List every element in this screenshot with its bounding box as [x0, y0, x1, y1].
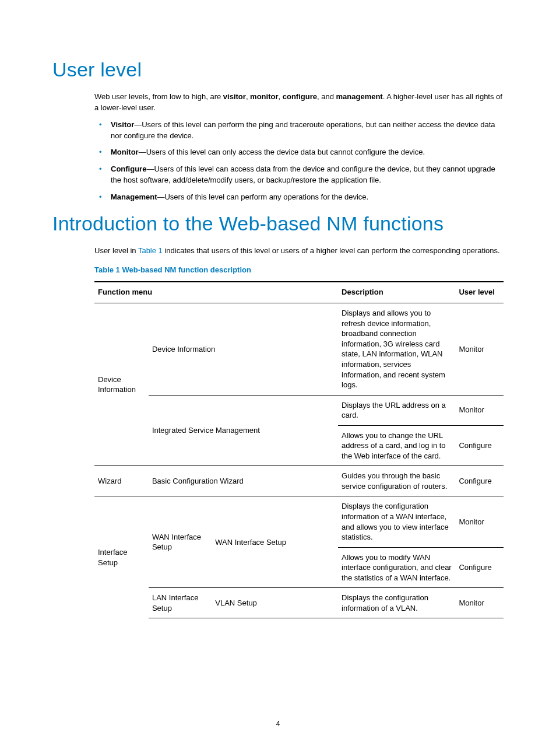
intro-paragraph: Web user levels, from low to high, are v… — [94, 92, 504, 114]
cell-user-level: Configure — [455, 466, 504, 496]
list-item: Monitor—Users of this level can only acc… — [94, 147, 504, 158]
cell-user-level: Configure — [455, 425, 504, 466]
cell-description: Displays the URL address on a card. — [338, 395, 455, 425]
cell-menu-l1: Device Information — [94, 303, 149, 466]
cell-menu-l2: LAN Interface Setup — [149, 588, 212, 618]
cell-menu-l3: Device Information — [149, 303, 338, 395]
bullet-text: —Users of this level can only access the… — [139, 148, 425, 156]
bullet-text: —Users of this level can perform any ope… — [157, 192, 368, 201]
list-item: Visitor—Users of this level can perform … — [94, 120, 504, 142]
text: indicates that users of this level or us… — [163, 246, 500, 255]
text: , and — [317, 92, 336, 101]
th-description: Description — [338, 282, 455, 303]
cell-description: Displays the configuration information o… — [338, 496, 455, 547]
cell-user-level: Monitor — [455, 395, 504, 425]
cell-menu-l1: Wizard — [94, 466, 149, 496]
cell-description: Displays the configuration information o… — [338, 588, 455, 618]
nm-function-table: Function menu Description User level Dev… — [94, 281, 504, 618]
list-item: Management—Users of this level can perfo… — [94, 192, 504, 203]
cell-description: Guides you through the basic service con… — [338, 466, 455, 496]
nm-intro-paragraph: User level in Table 1 indicates that use… — [94, 246, 504, 257]
table-row: Device Information Device Information Di… — [94, 303, 504, 395]
page-number: 4 — [0, 720, 556, 728]
table-row: Integrated Service Management Displays t… — [94, 395, 504, 425]
level-monitor: monitor — [250, 92, 278, 101]
bullet-label: Configure — [111, 164, 146, 173]
cell-menu-l3: WAN Interface Setup — [212, 496, 338, 588]
th-user-level: User level — [455, 282, 504, 303]
level-management: management — [336, 92, 383, 101]
table-row: LAN Interface Setup VLAN Setup Displays … — [94, 588, 504, 618]
cell-user-level: Configure — [455, 547, 504, 588]
list-item: Configure—Users of this level can access… — [94, 164, 504, 186]
cell-menu-l2: Basic Configuration Wizard — [149, 466, 338, 496]
text: Web user levels, from low to high, are — [94, 92, 223, 101]
cell-menu-l2: WAN Interface Setup — [149, 496, 212, 588]
cell-menu-l1: Interface Setup — [94, 496, 149, 618]
heading-user-level: User level — [52, 58, 504, 81]
table-row: Wizard Basic Configuration Wizard Guides… — [94, 466, 504, 496]
th-function-menu: Function menu — [94, 282, 338, 303]
cell-user-level: Monitor — [455, 588, 504, 618]
cell-description: Allows you to change the URL address of … — [338, 425, 455, 466]
bullet-label: Visitor — [111, 120, 134, 129]
table-1-xref[interactable]: Table 1 — [138, 246, 163, 255]
table-caption: Table 1 Web-based NM function descriptio… — [94, 265, 504, 276]
text: , — [279, 92, 283, 101]
table-row: Interface Setup WAN Interface Setup WAN … — [94, 496, 504, 547]
bullet-label: Management — [111, 192, 157, 201]
level-visitor: visitor — [223, 92, 246, 101]
cell-description: Displays and allows you to refresh devic… — [338, 303, 455, 395]
cell-menu-l3: VLAN Setup — [212, 588, 338, 618]
text: User level in — [94, 246, 138, 255]
cell-user-level: Monitor — [455, 496, 504, 547]
bullet-text: —Users of this level can perform the pin… — [111, 120, 495, 140]
bullet-label: Monitor — [111, 148, 139, 156]
heading-nm-functions: Introduction to the Web-based NM functio… — [52, 212, 504, 235]
table-header-row: Function menu Description User level — [94, 282, 504, 303]
cell-description: Allows you to modify WAN interface confi… — [338, 547, 455, 588]
user-level-list: Visitor—Users of this level can perform … — [94, 120, 504, 203]
cell-menu-l3: Integrated Service Management — [149, 395, 338, 466]
cell-user-level: Monitor — [455, 303, 504, 395]
level-configure: configure — [283, 92, 317, 101]
bullet-text: —Users of this level can access data fro… — [111, 164, 495, 184]
